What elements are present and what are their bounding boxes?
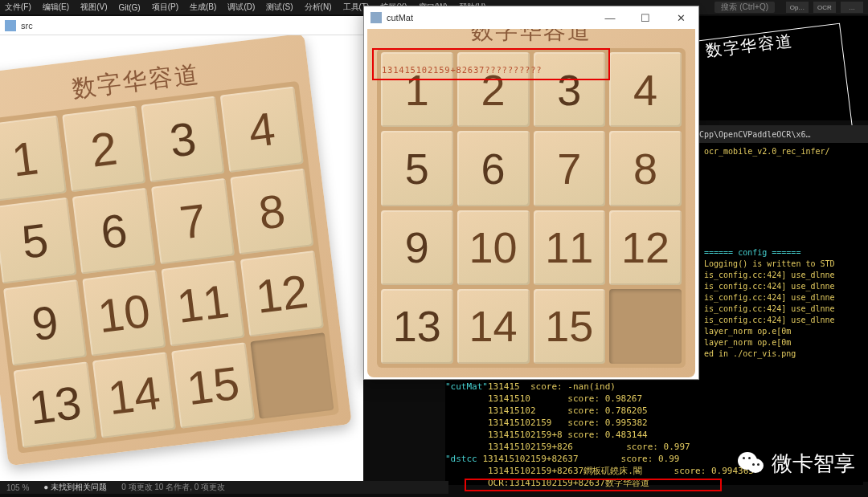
menu-item[interactable]: 分析(N) [305,2,332,13]
app-icon [5,20,16,31]
log-line: layer_norm op.e[0m [704,326,868,337]
log-line: ed in ./ocr_vis.png [704,348,868,360]
close-button[interactable]: ✕ [663,6,698,29]
tile-empty [609,289,682,364]
log-line: is_config.cc:424] use_dlnne [704,292,868,303]
tile: 10 [457,210,530,285]
log-line: is_config.cc:424] use_dlnne [704,270,868,281]
tile: 11 [534,210,606,285]
toolbar-box[interactable]: … [841,2,863,13]
tile: 15 [534,289,606,364]
window-title: src [21,21,33,31]
log-line: layer_norm op.e[0m [704,337,868,348]
puzzle-board: 数字华容道 1 2 3 4 5 6 7 8 9 10 11 12 13 14 1… [0,35,352,466]
outline-title: 数字华容道 [699,24,841,67]
src-image-area: 数字华容道 1 2 3 4 5 6 7 8 9 10 11 12 13 14 1… [0,35,363,482]
watermark-text: 微卡智享 [772,450,855,478]
tile: 4 [609,52,682,127]
tile: 3 [534,52,606,127]
log-line: 131415 score: -nan(ind) [488,381,616,392]
tile: 2 [62,106,145,193]
tile: 14 [457,289,530,364]
maximize-button[interactable]: ☐ [628,6,663,29]
window-titlebar[interactable]: src [0,16,363,35]
minimize-button[interactable]: — [592,6,628,29]
tile: 8 [609,131,682,206]
log-line: 131415102159+8 score: 0.483144 [488,430,648,440]
cutmat-image-area: 数字华容道 1 2 3 4 5 6 7 8 9 10 11 12 13 14 1… [364,29,698,380]
log-line: is_config.cc:424] use_dlnne [704,315,868,326]
board-title: 数字华容道 [377,29,686,48]
log-header: ====== config ====== [704,247,868,259]
tile: 14 [92,352,176,438]
status-counts: 0 项更改 10 名作者, 0 项更改 [121,482,225,493]
menu-item[interactable]: 测试(S) [266,2,293,13]
cmd-line: ocr_mobile_v2.0_rec_infer/ [704,146,868,157]
tile: 1 [381,52,453,127]
menu-item[interactable]: 视图(V) [80,2,107,13]
tile: 5 [381,131,453,206]
ocr-vis-image: 数字华容道 [699,16,868,120]
menu-item[interactable]: Git(G) [118,3,140,12]
window-title: cutMat [387,13,413,22]
console-label: "cutMat" [445,381,488,392]
tile-grid: 1 2 3 4 5 6 7 8 9 10 11 12 13 14 15 [0,81,339,454]
tile: 5 [0,198,77,284]
log-line: 131415102159+82637鐧板矹鐃床.閣 score: 0.99436… [488,466,754,476]
tile: 6 [457,131,530,206]
window-src: src 数字华容道 1 2 3 4 5 6 7 8 9 10 11 12 [0,16,363,482]
app-icon [371,12,382,23]
tile-grid: 1 2 3 4 5 6 7 8 9 10 11 12 13 14 15 [377,48,686,368]
log-line: 131415102159 score: 0.995382 [488,418,648,428]
tile: 9 [3,279,87,366]
tile: 9 [381,210,453,285]
ide-statusbar: 105 % ● 未找到相关问题 0 项更改 10 名作者, 0 项更改 [0,481,448,494]
menubar-right-icons: Op… OCR … [786,2,863,13]
menu-item[interactable]: 调试(D) [227,2,255,13]
tile: 4 [220,86,304,173]
ocr-text-overlay: 131415102159+82637?????????? [382,65,542,75]
ocr-result-line: OCR:131415102159+82637数字华容道 [488,478,649,488]
log-line: is_config.cc:424] use_dlnne [704,281,868,292]
tile: 10 [82,270,166,356]
tile: 12 [609,210,682,285]
search-box[interactable]: 搜索 (Ctrl+Q) [714,2,775,13]
menu-item[interactable]: 项目(P) [152,2,178,13]
tile: 12 [240,251,324,337]
tile: 2 [457,52,530,127]
watermark: 微卡智享 [736,449,855,478]
tile: 13 [14,361,97,448]
log-line: 131415102159+82637 score: 0.99 [482,454,679,464]
tile: 6 [72,188,156,275]
path-bar[interactable]: Cpp\OpenCVPaddleOCR\x6… [699,125,868,143]
zoom-level[interactable]: 105 % [6,483,29,492]
puzzle-board: 数字华容道 1 2 3 4 5 6 7 8 9 10 11 12 13 14 1… [367,29,695,377]
status-issues[interactable]: ● 未找到相关问题 [43,482,107,493]
menu-item[interactable]: 生成(B) [190,2,216,13]
tile: 13 [381,289,453,364]
toolbar-box[interactable]: Op… [786,2,809,13]
log-line: 131415102 score: 0.786205 [488,405,648,416]
tile: 7 [534,131,606,206]
toolbar-box[interactable]: OCR [813,2,836,13]
log-line: 13141510 score: 0.98267 [488,393,642,404]
log-line: Logging() is written to STD [704,259,868,270]
tile: 8 [230,169,313,255]
log-line: is_config.cc:424] use_dlnne [704,303,868,315]
tile: 3 [141,96,224,183]
window-titlebar[interactable]: cutMat — ☐ ✕ [364,6,698,29]
tile: 11 [162,260,245,347]
tile: 7 [151,178,235,265]
tile-empty [250,332,334,419]
menu-item[interactable]: 编辑(E) [43,2,69,13]
tile: 15 [171,342,255,429]
console-label: "dstcc [445,454,477,464]
window-cutmat: cutMat — ☐ ✕ 数字华容道 1 2 3 4 5 6 7 8 9 [363,6,699,380]
tile: 1 [0,116,67,202]
log-line: 131415102159+826 score: 0.997 [488,442,690,452]
wechat-icon [736,449,765,478]
menu-item[interactable]: 文件(F) [5,2,31,13]
